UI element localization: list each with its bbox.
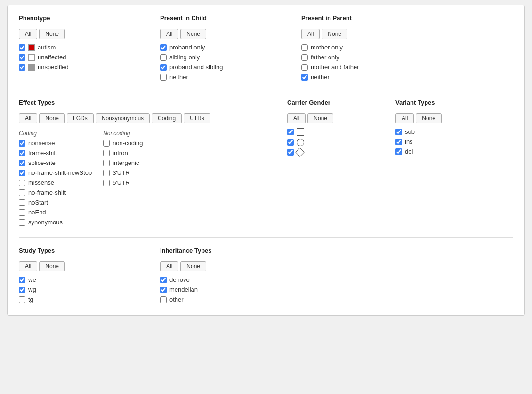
non-coding-checkbox[interactable] xyxy=(103,140,110,147)
phenotype-unspecified-checkbox[interactable] xyxy=(19,64,25,71)
mother-only-row: mother only xyxy=(301,44,428,51)
synonymous-checkbox[interactable] xyxy=(19,219,25,226)
splice-site-checkbox[interactable] xyxy=(19,160,25,166)
neither-parent-checkbox[interactable] xyxy=(301,74,308,81)
effect-all-button[interactable]: All xyxy=(19,113,37,123)
phenotype-none-button[interactable]: None xyxy=(39,29,65,39)
del-checkbox[interactable] xyxy=(395,148,402,155)
synonymous-label: synonymous xyxy=(28,219,63,226)
denovo-label: denovo xyxy=(169,276,190,283)
nonsense-label: nonsense xyxy=(28,140,55,147)
variant-types-btn-group: All None xyxy=(395,113,490,123)
variant-all-button[interactable]: All xyxy=(395,113,414,123)
variant-none-button[interactable]: None xyxy=(416,113,442,123)
carrier-gender-all-button[interactable]: All xyxy=(287,113,306,123)
five-utr-checkbox[interactable] xyxy=(103,180,110,186)
intergenic-row: intergenic xyxy=(103,159,143,166)
mother-and-father-row: mother and father xyxy=(301,64,428,71)
no-frame-shift-label: no-frame-shift xyxy=(28,189,66,196)
diamond-shape-icon xyxy=(295,148,305,157)
present-in-parent-none-button[interactable]: None xyxy=(322,29,347,39)
sub-checkbox[interactable] xyxy=(395,129,402,135)
gender-square-checkbox[interactable] xyxy=(287,129,294,135)
nonsense-checkbox[interactable] xyxy=(19,140,25,147)
sibling-only-row: sibling only xyxy=(160,54,287,61)
three-utr-checkbox[interactable] xyxy=(103,170,110,176)
unaffected-color-swatch xyxy=(28,54,35,61)
noend-row: noEnd xyxy=(19,209,92,216)
no-frame-shift-newstop-row: no-frame-shift-newStop xyxy=(19,169,92,176)
top-sections: Phenotype All None autism unaffected uns… xyxy=(19,15,513,83)
study-none-button[interactable]: None xyxy=(39,261,65,271)
circle-shape-icon xyxy=(297,139,304,146)
present-in-parent-all-button[interactable]: All xyxy=(301,29,320,39)
phenotype-unaffected-row: unaffected xyxy=(19,54,146,61)
proband-and-sibling-checkbox[interactable] xyxy=(160,64,167,71)
present-in-parent-section: Present in Parent All None mother only f… xyxy=(301,15,428,83)
mother-only-checkbox[interactable] xyxy=(301,44,308,51)
denovo-checkbox[interactable] xyxy=(160,277,167,283)
present-in-child-title: Present in Child xyxy=(160,15,287,25)
ins-checkbox[interactable] xyxy=(395,139,402,145)
effect-lgds-button[interactable]: LGDs xyxy=(67,113,94,123)
father-only-checkbox[interactable] xyxy=(301,54,308,61)
proband-only-label: proband only xyxy=(169,44,205,51)
sub-row: sub xyxy=(395,128,490,135)
inheritance-all-button[interactable]: All xyxy=(160,261,178,271)
phenotype-unspecified-label: unspecified xyxy=(38,64,69,71)
wg-checkbox[interactable] xyxy=(19,287,25,293)
no-frame-shift-row: no-frame-shift xyxy=(19,189,92,196)
sibling-only-checkbox[interactable] xyxy=(160,54,167,61)
main-panel: Phenotype All None autism unaffected uns… xyxy=(7,5,525,316)
proband-only-row: proband only xyxy=(160,44,287,51)
effect-utrs-button[interactable]: UTRs xyxy=(184,113,210,123)
no-frame-shift-newstop-checkbox[interactable] xyxy=(19,170,25,176)
proband-only-checkbox[interactable] xyxy=(160,44,167,51)
effect-coding-button[interactable]: Coding xyxy=(152,113,182,123)
missense-checkbox[interactable] xyxy=(19,180,25,186)
tg-checkbox[interactable] xyxy=(19,296,25,303)
study-all-button[interactable]: All xyxy=(19,261,37,271)
carrier-gender-title: Carrier Gender xyxy=(287,99,381,109)
nostart-checkbox[interactable] xyxy=(19,199,25,206)
mendelian-checkbox[interactable] xyxy=(160,287,167,293)
phenotype-title: Phenotype xyxy=(19,15,146,25)
tg-label: tg xyxy=(28,296,33,303)
gender-diamond-checkbox[interactable] xyxy=(287,149,294,156)
we-label: we xyxy=(28,276,36,283)
gender-circle-checkbox[interactable] xyxy=(287,139,294,146)
carrier-gender-none-button[interactable]: None xyxy=(307,113,333,123)
inheritance-types-title: Inheritance Types xyxy=(160,247,287,257)
frame-shift-checkbox[interactable] xyxy=(19,150,25,156)
phenotype-unaffected-checkbox[interactable] xyxy=(19,54,25,61)
intergenic-checkbox[interactable] xyxy=(103,160,110,166)
phenotype-unspecified-row: unspecified xyxy=(19,64,146,71)
phenotype-autism-checkbox[interactable] xyxy=(19,44,25,51)
five-utr-label: 5'UTR xyxy=(113,179,129,186)
present-in-child-all-button[interactable]: All xyxy=(160,29,178,39)
autism-color-swatch xyxy=(28,44,35,51)
neither-child-row: neither xyxy=(160,74,287,81)
nostart-label: noStart xyxy=(28,199,48,206)
inheritance-none-button[interactable]: None xyxy=(180,261,206,271)
phenotype-all-button[interactable]: All xyxy=(19,29,37,39)
other-checkbox[interactable] xyxy=(160,296,167,303)
noend-label: noEnd xyxy=(28,209,46,216)
we-checkbox[interactable] xyxy=(19,277,25,283)
wg-row: wg xyxy=(19,286,146,293)
inheritance-types-btn-group: All None xyxy=(160,261,287,271)
neither-parent-row: neither xyxy=(301,74,428,81)
neither-child-checkbox[interactable] xyxy=(160,74,167,81)
present-in-child-none-button[interactable]: None xyxy=(180,29,206,39)
other-label: other xyxy=(169,296,184,303)
effect-none-button[interactable]: None xyxy=(39,113,65,123)
effect-types-btn-group: All None LGDs Nonsynonymous Coding UTRs xyxy=(19,113,273,123)
mother-and-father-label: mother and father xyxy=(311,64,359,71)
mother-and-father-checkbox[interactable] xyxy=(301,64,308,71)
non-coding-row: non-coding xyxy=(103,140,143,147)
no-frame-shift-checkbox[interactable] xyxy=(19,189,25,196)
variant-types-section: Variant Types All None sub ins del xyxy=(395,99,490,229)
intron-checkbox[interactable] xyxy=(103,150,110,156)
effect-nonsynonymous-button[interactable]: Nonsynonymous xyxy=(96,113,150,123)
noend-checkbox[interactable] xyxy=(19,209,25,216)
